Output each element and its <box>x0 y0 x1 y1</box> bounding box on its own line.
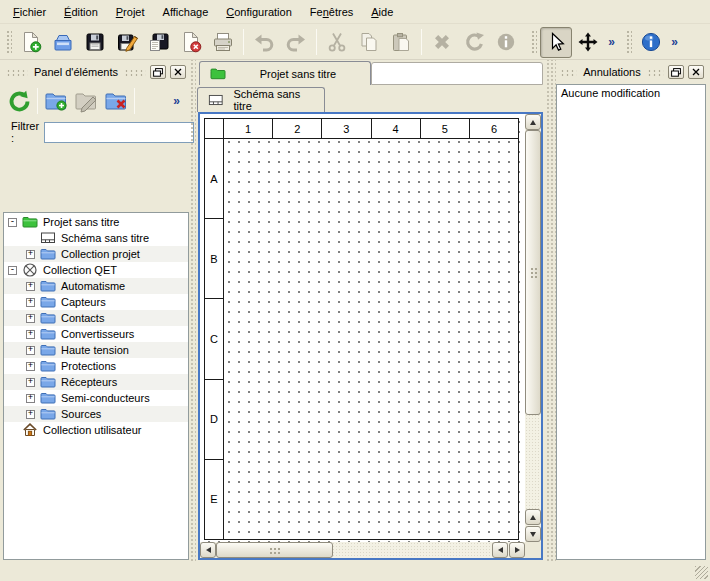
scroll-up-button-2[interactable] <box>525 509 541 525</box>
undo-history-list[interactable]: Aucune modification <box>556 84 706 560</box>
menu-fenetres[interactable]: Fenêtres <box>301 2 362 22</box>
delete-button[interactable] <box>426 27 458 58</box>
tree-item-haute-tension[interactable]: + Haute tension <box>4 342 188 358</box>
undo-icon <box>253 31 275 53</box>
open-project-button[interactable] <box>47 27 79 58</box>
close-file-button[interactable] <box>175 27 207 58</box>
copy-button[interactable] <box>353 27 385 58</box>
save-all-button[interactable] <box>143 27 175 58</box>
menu-projet[interactable]: Projet <box>107 2 154 22</box>
scroll-left-button-2[interactable] <box>492 542 508 558</box>
tree-item-schema-sans-titre[interactable]: Schéma sans titre <box>4 230 188 246</box>
tree-item-sources[interactable]: + Sources <box>4 406 188 422</box>
dock-float-button[interactable] <box>150 65 166 79</box>
scroll-left-button[interactable] <box>200 542 216 558</box>
expander-expanded-icon[interactable]: - <box>8 266 17 275</box>
tree-item-collection-projet[interactable]: + Collection projet <box>4 246 188 262</box>
print-button[interactable] <box>207 27 239 58</box>
tree-item-semi-conducteurs[interactable]: + Semi-conducteurs <box>4 390 188 406</box>
elements-panel-header[interactable]: Panel d'éléments <box>4 62 188 82</box>
panel-overflow-chevron[interactable]: » <box>169 87 184 115</box>
elements-tree[interactable]: - Projet sans titre Schéma sans titre + … <box>3 212 189 560</box>
properties-button[interactable] <box>490 27 522 58</box>
reload-collections-button[interactable] <box>4 86 34 116</box>
expander-collapsed-icon[interactable]: + <box>26 346 35 355</box>
tree-item-projet-sans-titre[interactable]: - Projet sans titre <box>4 214 188 230</box>
tree-item-automatisme[interactable]: + Automatisme <box>4 278 188 294</box>
scroll-right-button[interactable] <box>509 542 525 558</box>
delete-x-icon <box>431 31 453 53</box>
copy-icon <box>358 31 380 53</box>
new-category-button[interactable] <box>41 86 71 116</box>
grid-row-label: E <box>205 460 223 539</box>
left-splitter-handle[interactable] <box>189 60 196 561</box>
tree-item-collection-utilisateur[interactable]: Collection utilisateur <box>4 422 188 438</box>
tree-item-recepteurs[interactable]: + Récepteurs <box>4 374 188 390</box>
menu-aide[interactable]: Aide <box>362 2 402 22</box>
dock-float-button[interactable] <box>668 65 684 79</box>
tab-schema-sans-titre[interactable]: Schéma sans titre <box>197 87 325 112</box>
menu-configuration[interactable]: Configuration <box>217 2 301 22</box>
undo-button[interactable] <box>248 27 280 58</box>
expander-collapsed-icon[interactable]: + <box>26 314 35 323</box>
open-folder-icon <box>52 31 74 53</box>
toolbar-drag-handle[interactable] <box>530 29 537 55</box>
menu-fichier[interactable]: Fichier <box>4 2 55 22</box>
dock-close-button[interactable] <box>688 65 704 79</box>
home-icon <box>22 422 38 438</box>
expander-collapsed-icon[interactable]: + <box>26 362 35 371</box>
horizontal-scrollbar[interactable] <box>200 542 525 558</box>
expander-collapsed-icon[interactable]: + <box>26 410 35 419</box>
toolbar-overflow-chevron[interactable]: » <box>667 28 682 56</box>
expander-expanded-icon[interactable]: - <box>8 218 17 227</box>
new-project-button[interactable] <box>15 27 47 58</box>
expander-collapsed-icon[interactable]: + <box>26 378 35 387</box>
tree-item-contacts[interactable]: + Contacts <box>4 310 188 326</box>
new-document-icon <box>20 31 42 53</box>
scroll-up-button[interactable] <box>525 114 541 130</box>
vertical-scrollbar-thumb[interactable] <box>525 130 541 415</box>
menu-affichage[interactable]: Affichage <box>154 2 218 22</box>
right-splitter-handle[interactable] <box>545 60 556 561</box>
information-button[interactable] <box>635 27 667 58</box>
undo-panel-header[interactable]: Annulations <box>558 62 706 82</box>
window-resize-grip[interactable] <box>695 566 708 579</box>
save-button[interactable] <box>79 27 111 58</box>
scroll-down-button[interactable] <box>525 526 541 542</box>
menu-edition[interactable]: Édition <box>55 2 107 22</box>
grid-column-header: 3 <box>322 119 371 138</box>
redo-button[interactable] <box>280 27 312 58</box>
select-mode-button[interactable] <box>540 27 572 58</box>
expander-collapsed-icon[interactable]: + <box>26 250 35 259</box>
tree-item-capteurs[interactable]: + Capteurs <box>4 294 188 310</box>
cut-button[interactable] <box>321 27 353 58</box>
delete-category-button[interactable] <box>101 86 131 116</box>
tree-item-collection-qet[interactable]: - Collection QET <box>4 262 188 278</box>
move-mode-button[interactable] <box>572 27 604 58</box>
grid-row-label: B <box>205 219 223 299</box>
schema-icon <box>40 230 56 246</box>
expander-collapsed-icon[interactable]: + <box>26 394 35 403</box>
edit-category-button[interactable] <box>71 86 101 116</box>
paste-button[interactable] <box>385 27 417 58</box>
tree-item-protections[interactable]: + Protections <box>4 358 188 374</box>
toolbar-overflow-chevron[interactable]: » <box>604 28 619 56</box>
toolbar-drag-handle[interactable] <box>625 29 632 55</box>
folder-delete-icon <box>104 89 128 113</box>
dock-close-button[interactable] <box>170 65 186 79</box>
status-bar <box>0 561 710 581</box>
rotate-button[interactable] <box>458 27 490 58</box>
toolbar-drag-handle[interactable] <box>5 29 12 55</box>
expander-collapsed-icon[interactable]: + <box>26 330 35 339</box>
schema-canvas[interactable]: 1 2 3 4 5 6 A B C D E <box>200 114 525 542</box>
undo-list-item[interactable]: Aucune modification <box>557 85 705 101</box>
tab-projet-sans-titre[interactable]: Projet sans titre <box>199 61 371 85</box>
filter-input[interactable] <box>44 122 194 143</box>
expander-collapsed-icon[interactable]: + <box>26 298 35 307</box>
expander-collapsed-icon[interactable]: + <box>26 282 35 291</box>
horizontal-scrollbar-thumb[interactable] <box>216 542 333 558</box>
tree-item-convertisseurs[interactable]: + Convertisseurs <box>4 326 188 342</box>
save-as-icon <box>116 31 138 53</box>
save-as-button[interactable] <box>111 27 143 58</box>
vertical-scrollbar[interactable] <box>525 114 541 542</box>
